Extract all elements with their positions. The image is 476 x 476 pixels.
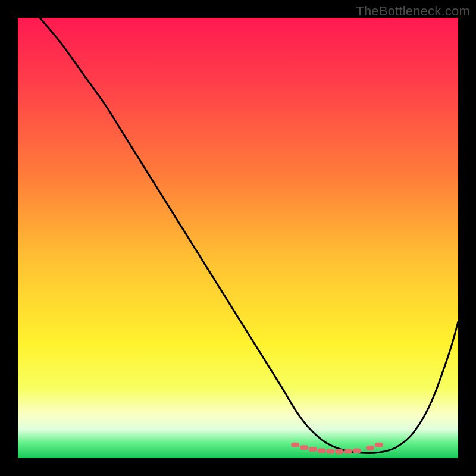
marker-dot <box>309 447 317 452</box>
chart-svg <box>18 18 458 458</box>
marker-dot <box>318 448 326 453</box>
chart-frame: TheBottleneck.com <box>0 0 476 476</box>
marker-dot <box>300 445 308 450</box>
marker-dot <box>326 449 334 454</box>
chart-background <box>18 18 458 458</box>
marker-dot <box>344 449 352 454</box>
watermark-text: TheBottleneck.com <box>356 4 470 19</box>
marker-dot <box>366 446 374 450</box>
marker-dot <box>353 448 361 453</box>
marker-dot <box>375 443 383 447</box>
marker-dot <box>335 449 343 454</box>
chart-plot-area <box>18 18 458 458</box>
marker-dot <box>291 443 299 447</box>
